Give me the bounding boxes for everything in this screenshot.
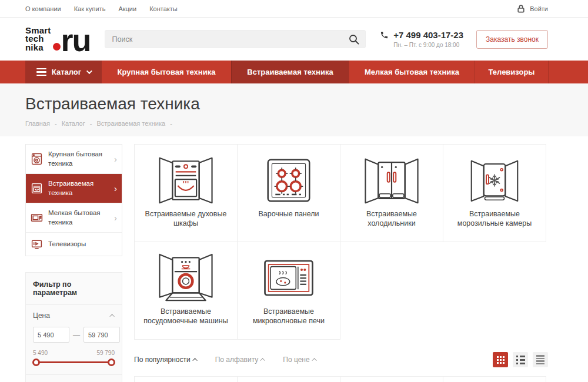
logo-tld: ru	[61, 29, 91, 52]
category-card-fridges[interactable]: Встраиваемые холодильники	[340, 144, 443, 242]
category-card-freezers[interactable]: Встраиваемые морозильные камеры	[443, 144, 546, 242]
category-card-dishwashers[interactable]: Встраиваемые посудомоечные машины	[134, 242, 238, 340]
sidebar-item-televisions[interactable]: Телевизоры	[26, 233, 122, 256]
search-bar	[105, 30, 366, 48]
filter-offers-section: Наши предложения Хит (7) Советуем (2)	[26, 375, 122, 382]
sort-asc-icon	[192, 358, 197, 363]
price-slider-track	[34, 361, 114, 363]
breadcrumb-separator: -	[55, 120, 57, 127]
header: Smart tech nika ru +7 499 403-17-23 Пн. …	[0, 18, 588, 61]
price-dash: —	[73, 331, 80, 339]
chevron-right-icon: ›	[114, 213, 117, 222]
chevron-right-icon: ›	[114, 155, 117, 163]
nav-tab-large-appliances[interactable]: Крупная бытовая техника	[102, 61, 231, 83]
hamburger-icon	[36, 68, 46, 76]
slider-min-label: 5 490	[33, 350, 48, 356]
nav-tab-built-in-appliances[interactable]: Встраиваемая техника	[231, 61, 349, 83]
breadcrumb-home[interactable]: Главная	[25, 120, 50, 127]
sidebar-item-large-appliances[interactable]: Крупная бытовая техника ›	[26, 145, 122, 174]
title-band: Встраиваемая техника Главная - Каталог -…	[0, 83, 588, 136]
phone-number[interactable]: +7 499 403-17-23	[393, 30, 463, 40]
product-row-partial	[134, 376, 548, 382]
topbar-link-about[interactable]: О компании	[25, 5, 61, 12]
search-input[interactable]	[105, 30, 366, 48]
sort-asc-icon	[260, 358, 265, 363]
breadcrumb: Главная - Каталог - Встраиваемая техника…	[25, 120, 548, 127]
lock-icon	[516, 4, 526, 14]
category-card-ovens[interactable]: Встраиваемые духовые шкафы	[134, 144, 238, 242]
login-label: Войти	[530, 5, 548, 12]
topbar-link-promotions[interactable]: Акции	[118, 5, 136, 12]
site-logo[interactable]: Smart tech nika ru	[25, 26, 91, 52]
built-in-dishwasher-icon	[156, 242, 215, 306]
filter-panel: Фильтр по параметрам Цена — 5 490 59 790	[25, 272, 122, 382]
login-button[interactable]: Войти	[516, 4, 548, 14]
sort-bar: По популярности По алфавиту По цене	[134, 352, 548, 367]
price-min-input[interactable]	[33, 327, 69, 343]
nav-tab-small-appliances[interactable]: Мелкая бытовая техника	[349, 61, 475, 83]
topbar: О компании Как купить Акции Контакты Вой…	[0, 0, 588, 18]
price-slider-handle-max[interactable]	[108, 358, 115, 366]
hob-icon	[264, 145, 313, 208]
main-nav: Каталог Крупная бытовая техника Встраива…	[0, 61, 588, 83]
breadcrumb-current: Встраиваемая техника	[96, 120, 165, 127]
breadcrumb-separator: -	[170, 120, 172, 127]
product-card[interactable]	[134, 376, 238, 382]
slider-max-label: 59 790	[96, 350, 115, 356]
filter-title: Фильтр по параметрам	[26, 273, 122, 305]
tv-icon	[31, 238, 43, 250]
category-card-microwaves[interactable]: Встраиваемые микроволновые печи	[237, 242, 340, 340]
product-card[interactable]	[443, 376, 546, 382]
price-slider-handle-min[interactable]	[32, 358, 40, 366]
sidebar: Крупная бытовая техника › Встраиваемая т…	[25, 144, 122, 382]
filter-price-header[interactable]: Цена	[33, 311, 115, 320]
view-grid-button[interactable]	[493, 352, 508, 367]
product-card[interactable]	[340, 376, 443, 382]
price-slider	[33, 358, 115, 367]
sidebar-item-small-appliances[interactable]: Мелкая бытовая техника ›	[26, 203, 122, 233]
content: Крупная бытовая техника › Встраиваемая т…	[0, 136, 588, 382]
filter-price-section: Цена — 5 490 59 790	[26, 305, 122, 375]
product-card[interactable]	[237, 376, 340, 382]
oven-icon	[31, 182, 43, 195]
search-button[interactable]	[348, 33, 361, 46]
filter-price-label: Цена	[33, 311, 50, 320]
built-in-fridge-icon	[362, 145, 421, 208]
phone-block: +7 499 403-17-23 Пн. – Пт. с 9:00 до 18:…	[380, 30, 463, 48]
topbar-link-contacts[interactable]: Контакты	[149, 5, 178, 12]
catalog-menu-button[interactable]: Каталог	[25, 61, 102, 83]
built-in-freezer-icon	[466, 145, 523, 208]
category-card-hobs[interactable]: Варочные панели	[237, 144, 340, 242]
grid-view-icon	[497, 356, 505, 364]
topbar-links: О компании Как купить Акции Контакты	[25, 5, 178, 12]
catalog-label: Каталог	[52, 68, 81, 76]
sort-asc-icon	[312, 358, 316, 363]
topbar-link-how-to-buy[interactable]: Как купить	[74, 5, 106, 12]
nav-tab-televisions[interactable]: Телевизоры	[475, 61, 548, 83]
washing-machine-icon	[31, 153, 43, 165]
phone-schedule: Пн. – Пт. с 9:00 до 18:00	[393, 42, 463, 48]
chevron-right-icon: ›	[114, 184, 117, 193]
sort-by-alphabet[interactable]: По алфавиту	[215, 356, 266, 364]
callback-button[interactable]: Заказать звонок	[476, 30, 548, 49]
rows-view-icon	[536, 355, 544, 364]
phone-icon	[380, 31, 389, 39]
page-title: Встраиваемая техника	[25, 95, 548, 113]
sort-by-price[interactable]: По цене	[283, 356, 316, 364]
category-list: Крупная бытовая техника › Встраиваемая т…	[25, 144, 122, 256]
sort-by-popularity[interactable]: По популярности	[134, 356, 198, 364]
search-icon	[348, 33, 361, 45]
list-view-icon	[516, 356, 525, 364]
breadcrumb-catalog[interactable]: Каталог	[62, 120, 85, 127]
built-in-oven-icon	[156, 145, 215, 208]
view-table-button[interactable]	[533, 352, 548, 367]
logo-wordmark: Smart tech nika	[25, 26, 51, 52]
sidebar-item-built-in-appliances[interactable]: Встраиваемая техника ›	[26, 174, 122, 203]
view-list-button[interactable]	[513, 352, 528, 367]
logo-red-dot	[53, 43, 61, 51]
chevron-down-icon	[86, 68, 92, 74]
chevron-up-icon	[109, 314, 114, 319]
price-max-input[interactable]	[83, 327, 120, 343]
built-in-microwave-icon	[263, 242, 315, 306]
microwave-icon	[31, 212, 43, 224]
